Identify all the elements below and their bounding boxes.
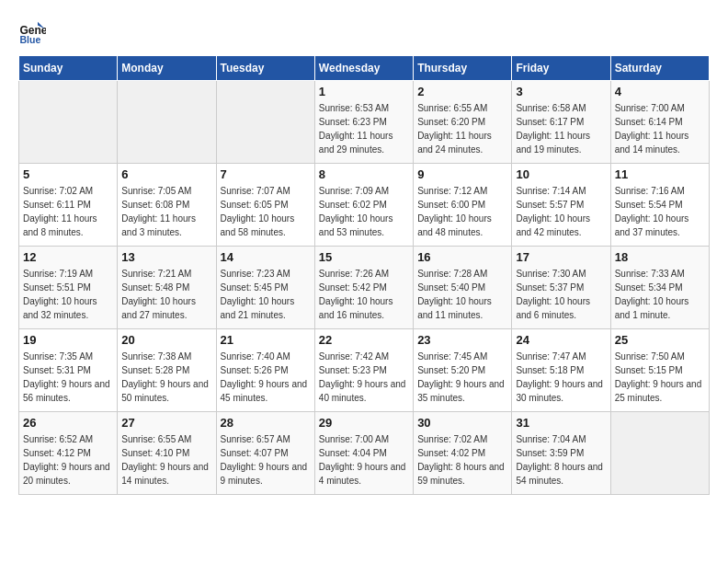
day-number: 29 <box>319 416 409 430</box>
logo: General Blue <box>18 18 50 46</box>
day-info: Sunrise: 7:42 AMSunset: 5:23 PMDaylight:… <box>319 350 409 405</box>
day-number: 25 <box>615 333 705 347</box>
calendar-cell: 18Sunrise: 7:33 AMSunset: 5:34 PMDayligh… <box>610 247 709 329</box>
calendar-cell: 9Sunrise: 7:12 AMSunset: 6:00 PMDaylight… <box>414 164 512 247</box>
day-info: Sunrise: 7:47 AMSunset: 5:18 PMDaylight:… <box>516 350 606 405</box>
day-info: Sunrise: 6:55 AMSunset: 6:20 PMDaylight:… <box>417 101 507 156</box>
day-info: Sunrise: 7:45 AMSunset: 5:20 PMDaylight:… <box>417 350 507 405</box>
day-number: 10 <box>516 167 606 181</box>
calendar-week-row: 26Sunrise: 6:52 AMSunset: 4:12 PMDayligh… <box>19 412 710 495</box>
day-number: 21 <box>221 333 311 347</box>
day-info: Sunrise: 7:02 AMSunset: 6:11 PMDaylight:… <box>23 184 113 239</box>
day-number: 2 <box>417 85 507 98</box>
day-number: 16 <box>417 250 507 264</box>
calendar-cell: 7Sunrise: 7:07 AMSunset: 6:05 PMDaylight… <box>216 164 314 247</box>
day-info: Sunrise: 7:19 AMSunset: 5:51 PMDaylight:… <box>23 267 113 322</box>
calendar-cell: 22Sunrise: 7:42 AMSunset: 5:23 PMDayligh… <box>314 329 413 412</box>
day-info: Sunrise: 7:04 AMSunset: 3:59 PMDaylight:… <box>516 432 606 488</box>
calendar-week-row: 1Sunrise: 6:53 AMSunset: 6:23 PMDaylight… <box>19 81 710 164</box>
day-number: 22 <box>319 333 409 347</box>
calendar-cell: 3Sunrise: 6:58 AMSunset: 6:17 PMDaylight… <box>512 81 610 164</box>
weekday-header: Friday <box>512 56 610 81</box>
calendar-week-row: 19Sunrise: 7:35 AMSunset: 5:31 PMDayligh… <box>19 329 710 412</box>
day-info: Sunrise: 7:21 AMSunset: 5:48 PMDaylight:… <box>121 267 211 322</box>
day-number: 7 <box>221 167 311 181</box>
calendar-cell: 4Sunrise: 7:00 AMSunset: 6:14 PMDaylight… <box>610 81 709 164</box>
calendar-cell: 12Sunrise: 7:19 AMSunset: 5:51 PMDayligh… <box>19 247 118 329</box>
calendar-cell <box>118 81 216 164</box>
day-number: 20 <box>121 333 211 347</box>
calendar-cell: 29Sunrise: 7:00 AMSunset: 4:04 PMDayligh… <box>314 412 413 495</box>
calendar-cell <box>610 412 709 495</box>
page-header: General Blue <box>18 18 710 46</box>
day-number: 6 <box>121 167 211 181</box>
day-number: 1 <box>319 85 409 98</box>
calendar-cell: 30Sunrise: 7:02 AMSunset: 4:02 PMDayligh… <box>414 412 512 495</box>
day-number: 30 <box>417 416 507 430</box>
weekday-header: Thursday <box>414 56 512 81</box>
day-info: Sunrise: 6:52 AMSunset: 4:12 PMDaylight:… <box>23 432 113 488</box>
calendar-cell: 28Sunrise: 6:57 AMSunset: 4:07 PMDayligh… <box>216 412 314 495</box>
day-number: 12 <box>23 250 113 264</box>
weekday-header: Tuesday <box>216 56 314 81</box>
calendar-cell: 31Sunrise: 7:04 AMSunset: 3:59 PMDayligh… <box>512 412 610 495</box>
day-number: 28 <box>221 416 311 430</box>
calendar-cell: 23Sunrise: 7:45 AMSunset: 5:20 PMDayligh… <box>414 329 512 412</box>
calendar-cell: 20Sunrise: 7:38 AMSunset: 5:28 PMDayligh… <box>118 329 216 412</box>
day-info: Sunrise: 7:30 AMSunset: 5:37 PMDaylight:… <box>516 267 606 322</box>
calendar-cell: 5Sunrise: 7:02 AMSunset: 6:11 PMDaylight… <box>19 164 118 247</box>
calendar-cell: 8Sunrise: 7:09 AMSunset: 6:02 PMDaylight… <box>314 164 413 247</box>
weekday-header: Sunday <box>19 56 118 81</box>
day-number: 3 <box>516 85 606 98</box>
day-number: 24 <box>516 333 606 347</box>
logo-icon: General Blue <box>18 18 46 46</box>
day-info: Sunrise: 6:53 AMSunset: 6:23 PMDaylight:… <box>319 101 409 156</box>
calendar-cell: 13Sunrise: 7:21 AMSunset: 5:48 PMDayligh… <box>118 247 216 329</box>
calendar-cell: 11Sunrise: 7:16 AMSunset: 5:54 PMDayligh… <box>610 164 709 247</box>
day-info: Sunrise: 7:00 AMSunset: 6:14 PMDaylight:… <box>615 101 705 156</box>
day-info: Sunrise: 7:09 AMSunset: 6:02 PMDaylight:… <box>319 184 409 239</box>
calendar-week-row: 12Sunrise: 7:19 AMSunset: 5:51 PMDayligh… <box>19 247 710 329</box>
day-number: 4 <box>615 85 705 98</box>
day-info: Sunrise: 6:55 AMSunset: 4:10 PMDaylight:… <box>121 432 211 488</box>
calendar-cell: 26Sunrise: 6:52 AMSunset: 4:12 PMDayligh… <box>19 412 118 495</box>
calendar-table: SundayMondayTuesdayWednesdayThursdayFrid… <box>18 55 710 495</box>
weekday-header-row: SundayMondayTuesdayWednesdayThursdayFrid… <box>19 56 710 81</box>
calendar-cell: 2Sunrise: 6:55 AMSunset: 6:20 PMDaylight… <box>414 81 512 164</box>
day-number: 13 <box>121 250 211 264</box>
calendar-cell: 10Sunrise: 7:14 AMSunset: 5:57 PMDayligh… <box>512 164 610 247</box>
calendar-cell: 1Sunrise: 6:53 AMSunset: 6:23 PMDaylight… <box>314 81 413 164</box>
day-info: Sunrise: 7:50 AMSunset: 5:15 PMDaylight:… <box>615 350 705 405</box>
day-number: 18 <box>615 250 705 264</box>
day-number: 9 <box>417 167 507 181</box>
day-info: Sunrise: 7:02 AMSunset: 4:02 PMDaylight:… <box>417 432 507 488</box>
day-info: Sunrise: 7:07 AMSunset: 6:05 PMDaylight:… <box>221 184 311 239</box>
day-number: 15 <box>319 250 409 264</box>
day-info: Sunrise: 6:57 AMSunset: 4:07 PMDaylight:… <box>221 432 311 488</box>
calendar-cell: 17Sunrise: 7:30 AMSunset: 5:37 PMDayligh… <box>512 247 610 329</box>
calendar-cell: 24Sunrise: 7:47 AMSunset: 5:18 PMDayligh… <box>512 329 610 412</box>
weekday-header: Saturday <box>610 56 709 81</box>
calendar-cell: 21Sunrise: 7:40 AMSunset: 5:26 PMDayligh… <box>216 329 314 412</box>
day-info: Sunrise: 7:35 AMSunset: 5:31 PMDaylight:… <box>23 350 113 405</box>
day-info: Sunrise: 7:28 AMSunset: 5:40 PMDaylight:… <box>417 267 507 322</box>
day-info: Sunrise: 7:33 AMSunset: 5:34 PMDaylight:… <box>615 267 705 322</box>
day-number: 17 <box>516 250 606 264</box>
day-number: 31 <box>516 416 606 430</box>
calendar-cell: 27Sunrise: 6:55 AMSunset: 4:10 PMDayligh… <box>118 412 216 495</box>
day-info: Sunrise: 7:16 AMSunset: 5:54 PMDaylight:… <box>615 184 705 239</box>
day-number: 5 <box>23 167 113 181</box>
weekday-header: Wednesday <box>314 56 413 81</box>
calendar-cell: 15Sunrise: 7:26 AMSunset: 5:42 PMDayligh… <box>314 247 413 329</box>
svg-text:Blue: Blue <box>20 34 41 45</box>
calendar-cell: 19Sunrise: 7:35 AMSunset: 5:31 PMDayligh… <box>19 329 118 412</box>
calendar-week-row: 5Sunrise: 7:02 AMSunset: 6:11 PMDaylight… <box>19 164 710 247</box>
day-info: Sunrise: 7:14 AMSunset: 5:57 PMDaylight:… <box>516 184 606 239</box>
calendar-cell <box>216 81 314 164</box>
weekday-header: Monday <box>118 56 216 81</box>
day-info: Sunrise: 6:58 AMSunset: 6:17 PMDaylight:… <box>516 101 606 156</box>
day-number: 11 <box>615 167 705 181</box>
day-number: 26 <box>23 416 113 430</box>
calendar-cell: 25Sunrise: 7:50 AMSunset: 5:15 PMDayligh… <box>610 329 709 412</box>
calendar-cell <box>19 81 118 164</box>
